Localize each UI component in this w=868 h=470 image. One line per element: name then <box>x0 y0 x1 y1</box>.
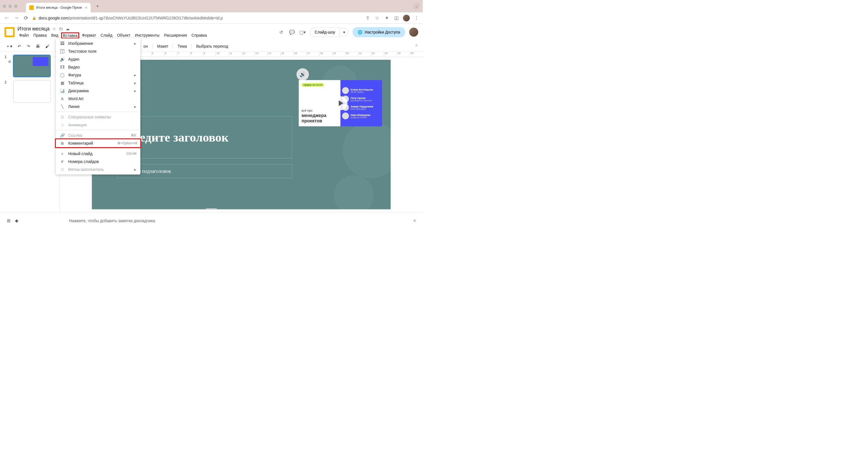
menu-item-фигура[interactable]: ◯Фигура▶ <box>56 71 141 79</box>
move-icon[interactable]: 🗀 <box>59 27 63 31</box>
menu-shortcut: ⌘+Option+M <box>117 141 137 145</box>
menu-view[interactable]: Вид <box>50 32 60 39</box>
bookmark-icon[interactable]: ☆ <box>374 15 380 21</box>
menu-format[interactable]: Формат <box>80 32 98 39</box>
tab-title: Итоги месяца - Google Презе <box>36 6 83 9</box>
history-icon[interactable]: ↺ <box>278 29 285 35</box>
paint-format-button[interactable]: 🖌 <box>43 43 52 50</box>
submenu-arrow-icon: ▶ <box>134 74 136 77</box>
close-window[interactable] <box>3 4 6 8</box>
menu-item-комментарий[interactable]: ⊞Комментарий⌘+Option+M <box>55 139 141 148</box>
menu-icon[interactable]: ⋮ <box>414 15 420 21</box>
url-path: /presentation/d/1-qp78zwChWsYUs3B1SUnl12… <box>68 16 223 20</box>
tabs-dropdown[interactable]: ⌄ <box>413 3 420 9</box>
menu-item-word-art[interactable]: AWord Art <box>56 95 141 102</box>
menu-item-label: Ссылка <box>68 133 82 138</box>
menu-bar: Файл Правка Вид Вставка Формат Слайд Объ… <box>18 32 209 39</box>
thumb-number: 1 <box>3 55 6 59</box>
close-tab-icon[interactable]: × <box>85 5 87 10</box>
menu-item-специальные-символы: ΩСпециальные символы <box>56 113 141 121</box>
theme-button[interactable]: Тема <box>175 43 189 50</box>
slide-thumbnail-2[interactable] <box>13 80 51 102</box>
menu-item-icon: A <box>60 96 65 101</box>
collapse-toolbar-icon[interactable]: ⌃ <box>415 44 418 49</box>
subtitle-placeholder[interactable]: Введите подзаголовок <box>117 164 292 178</box>
share-icon[interactable]: ⇧ <box>365 15 370 21</box>
menu-file[interactable]: Файл <box>18 32 30 39</box>
back-button[interactable]: ← <box>3 14 10 22</box>
menu-item-label: Комментарий <box>68 141 93 145</box>
extensions-icon[interactable]: ✦ <box>384 15 390 21</box>
menu-item-label: Изображение <box>68 41 93 46</box>
menu-item-icon: ◇ <box>60 123 65 127</box>
document-title[interactable]: Итоги месяца <box>18 26 50 32</box>
reload-button[interactable]: ⟳ <box>23 14 29 22</box>
slide-thumbnail-1[interactable] <box>13 55 51 77</box>
menu-item-icon: 🅃 <box>60 49 65 54</box>
grid-view-icon[interactable]: ⊞ <box>7 218 10 223</box>
menu-item-текстовое-поле[interactable]: 🅃Текстовое поле <box>56 47 141 55</box>
share-button[interactable]: 🌐 Настройки Доступа <box>352 27 405 37</box>
menu-item-таблица[interactable]: ▦Таблица▶ <box>56 79 141 87</box>
menu-item-icon: ⊞ <box>60 141 65 145</box>
menu-shortcut: Ctrl+M <box>126 152 136 156</box>
menu-item-номера-слайдов[interactable]: #Номера слайдов <box>56 157 141 166</box>
menu-item-аудио[interactable]: 🔊Аудио <box>56 55 141 63</box>
account-avatar[interactable] <box>409 28 418 37</box>
print-button[interactable]: 🖶 <box>34 43 42 50</box>
menu-help[interactable]: Справка <box>190 32 209 39</box>
submenu-arrow-icon: ▶ <box>134 82 136 85</box>
menu-item-label: Таблица <box>68 81 84 85</box>
menu-item-новый-слайд[interactable]: +Новый слайдCtrl+M <box>56 150 141 157</box>
speaker-notes-placeholder[interactable]: Нажмите, чтобы добавить заметки докладчи… <box>69 218 155 223</box>
menu-item-линия[interactable]: ╲Линия▶ <box>56 102 141 111</box>
cloud-status-icon[interactable]: ☁ <box>66 27 70 31</box>
transition-button[interactable]: Выбрать переход <box>194 43 230 50</box>
address-bar[interactable]: 🔒 docs.google.com/presentation/d/1-qp78z… <box>32 16 362 20</box>
menu-item-изображение[interactable]: 🖼Изображение▶ <box>56 39 141 47</box>
notes-collapse-icon[interactable]: < <box>413 218 416 223</box>
menu-item-label: Аудио <box>68 57 80 61</box>
sidepanel-icon[interactable]: ◫ <box>394 15 399 21</box>
lock-icon: 🔒 <box>32 16 36 20</box>
layout-button[interactable]: Макет <box>155 43 171 50</box>
maximize-window[interactable] <box>14 4 18 8</box>
notes-drag-handle[interactable] <box>206 208 217 209</box>
browser-tab[interactable]: Итоги месяца - Google Презе × <box>26 3 91 12</box>
menu-item-icon: # <box>60 159 65 164</box>
insert-menu-dropdown: 🖼Изображение▶🅃Текстовое поле🔊Аудио🎞Видео… <box>56 38 141 175</box>
undo-button[interactable]: ↶ <box>16 43 23 50</box>
background-button[interactable]: он <box>141 43 150 50</box>
menu-edit[interactable]: Правка <box>32 32 48 39</box>
menu-extensions[interactable]: Расширения <box>162 32 189 39</box>
slideshow-button[interactable]: Слайд-шоу <box>310 27 340 37</box>
forward-button[interactable]: → <box>13 14 20 22</box>
profile-avatar[interactable] <box>403 14 410 22</box>
menu-item-icon: 🖼 <box>60 41 65 46</box>
new-tab-button[interactable]: + <box>94 2 101 10</box>
play-icon[interactable] <box>333 96 347 110</box>
menu-item-icon: ◯ <box>60 73 65 77</box>
star-icon[interactable]: ☆ <box>53 27 56 31</box>
present-icon[interactable]: ▢▾ <box>299 29 306 35</box>
menu-object[interactable]: Объект <box>115 32 132 39</box>
slideshow-dropdown[interactable]: ▼ <box>340 28 349 36</box>
link-indicator-icon: ⚙ <box>8 60 11 64</box>
comments-icon[interactable]: 💬 <box>288 29 296 35</box>
menu-item-диаграмма[interactable]: 📊Диаграмма▶ <box>56 87 141 95</box>
video-embed[interactable]: оффер на почте всё про менеджера проекто… <box>299 80 382 126</box>
menu-item-видео[interactable]: 🎞Видео <box>56 63 141 71</box>
explore-icon[interactable]: ◆ <box>15 218 18 223</box>
title-placeholder[interactable]: Введите заголовок <box>117 116 292 158</box>
slides-logo[interactable] <box>4 27 14 37</box>
new-slide-button[interactable]: + ▾ <box>4 43 14 50</box>
menu-tools[interactable]: Инструменты <box>133 32 161 39</box>
menu-item-icon: 🔗 <box>60 133 65 138</box>
minimize-window[interactable] <box>8 4 12 8</box>
redo-button[interactable]: ↷ <box>25 43 32 50</box>
menu-slide[interactable]: Слайд <box>99 32 114 39</box>
audio-icon[interactable]: 🔊 <box>297 68 309 81</box>
menu-item-icon: 🔊 <box>60 57 65 61</box>
submenu-arrow-icon: ▶ <box>134 89 136 92</box>
menu-insert[interactable]: Вставка <box>61 32 79 39</box>
